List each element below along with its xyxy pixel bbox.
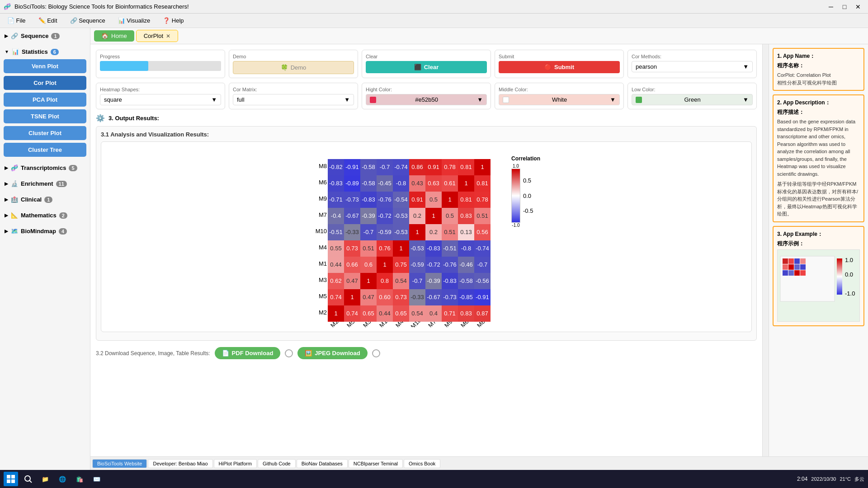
tab-home[interactable]: 🏠 Home [94, 30, 134, 42]
heatmap-shapes-select[interactable]: square ▼ [100, 94, 221, 105]
clear-button[interactable]: ⬛ Clear [366, 61, 487, 73]
jpeg-download-button[interactable]: 🖼️ JPEG Download [297, 347, 367, 359]
svg-text:0.87: 0.87 [476, 310, 488, 317]
maximize-button[interactable]: □ [838, 2, 851, 11]
menu-help[interactable]: ❓ Help [157, 15, 189, 26]
progress-bar-container [100, 61, 221, 71]
biomindmap-count: 4 [59, 228, 67, 235]
files-taskbar-button[interactable]: 📁 [38, 472, 52, 486]
store-taskbar-button[interactable]: 🛍️ [72, 472, 87, 486]
footer-bioscitools[interactable]: BioSciTools Website [92, 459, 147, 468]
start-button[interactable] [4, 472, 18, 486]
statistics-count: 6 [51, 49, 59, 55]
venn-plot-button[interactable]: Venn Plot [4, 59, 86, 73]
demo-button[interactable]: 🍀 Demo [233, 61, 354, 74]
svg-text:0.83: 0.83 [460, 310, 472, 317]
legend-ticks: 0.5 0.0 -0.5 [523, 169, 533, 223]
footer-hiplot[interactable]: HiPlot Platform [214, 459, 257, 468]
app-desc-cn: 基于转录组等组学中经RPKM/FPKM标准化的基因表达数据，对所有样本/分组间的… [777, 180, 860, 218]
low-color-box: Low Color: Green ▼ [627, 83, 757, 109]
low-color-select[interactable]: Green ▼ [632, 94, 753, 105]
svg-text:-0.51: -0.51 [443, 245, 457, 252]
footer-omicsbook[interactable]: Omics Book [404, 459, 440, 468]
svg-text:-0.45: -0.45 [378, 180, 392, 187]
jpeg-btn-label: JPEG Download [315, 350, 360, 357]
cor-matrix-select[interactable]: full ▼ [233, 94, 354, 105]
middle-color-value: White [552, 96, 567, 103]
legend-gradient-bar [511, 169, 520, 223]
app-desc-cn-title: 程序描述： [777, 108, 860, 116]
footer-developer[interactable]: Developer: Benbao Miao [148, 459, 212, 468]
tab-home-label: Home [111, 33, 127, 39]
sidebar-header-mathematics[interactable]: ▶ 📐 Mathematics 2 [0, 209, 90, 221]
cor-plot-button[interactable]: Cor Plot [4, 76, 86, 90]
jpeg-radio[interactable] [372, 349, 380, 357]
pdf-radio[interactable] [285, 349, 293, 357]
svg-text:0.66: 0.66 [346, 261, 358, 268]
content-area: 🏠 Home CorPlot ✕ Progress [90, 28, 868, 470]
download-bar: 3.2 Download Sequence, Image, Table Resu… [96, 344, 757, 362]
sequence-count: 1 [51, 33, 59, 39]
hight-color-arrow: ▼ [477, 96, 483, 103]
svg-text:0.54: 0.54 [395, 277, 406, 284]
svg-text:M3: M3 [319, 277, 327, 283]
pca-plot-button[interactable]: PCA Plot [4, 93, 86, 107]
hight-color-box: Hight Color: #e52b50 ▼ [362, 83, 491, 109]
sidebar-header-biomindmap[interactable]: ▶ 🗺️ BioMindmap 4 [0, 225, 90, 237]
enrichment-icon: 🔬 [11, 180, 18, 187]
svg-text:0.43: 0.43 [411, 180, 423, 187]
svg-text:0.0: 0.0 [845, 271, 853, 278]
sidebar-header-clinical[interactable]: ▶ 🏥 Clinical 1 [0, 193, 90, 206]
cor-matrix-label: Cor Matrix: [233, 87, 354, 92]
svg-text:-0.72: -0.72 [378, 212, 392, 219]
svg-text:0.76: 0.76 [379, 245, 390, 252]
menu-visualize[interactable]: 📊 Visualize [113, 15, 156, 26]
hight-color-select[interactable]: #e52b50 ▼ [366, 94, 487, 105]
submit-btn-label: Submit [554, 64, 574, 70]
close-button[interactable]: ✕ [852, 2, 864, 11]
cor-methods-select[interactable]: pearson ▼ [632, 61, 753, 72]
sidebar-header-statistics[interactable]: ▼ 📊 Statistics 6 [0, 46, 90, 58]
menu-edit[interactable]: ✏️ Edit [33, 15, 63, 26]
browser-taskbar-button[interactable]: 🌐 [55, 472, 70, 486]
tab-corplot[interactable]: CorPlot ✕ [136, 30, 178, 42]
svg-text:0.73: 0.73 [395, 294, 406, 300]
svg-rect-238 [11, 475, 15, 479]
svg-text:1: 1 [415, 229, 419, 235]
tab-close-icon[interactable]: ✕ [166, 33, 170, 39]
minimize-button[interactable]: ─ [825, 2, 837, 11]
submit-button[interactable]: 🔴 Submit [499, 61, 620, 73]
svg-text:-0.74: -0.74 [476, 245, 489, 252]
sidebar-section-sequence-label: Sequence [21, 33, 48, 39]
pdf-download-button[interactable]: 📄 PDF Download [215, 347, 281, 359]
windows-icon [6, 474, 15, 483]
footer-ncbiparser[interactable]: NCBIparser Teminal [349, 459, 403, 468]
search-taskbar-button[interactable] [21, 472, 35, 486]
sidebar: ▶ 🔗 Sequence 1 ▼ 📊 Statistics 6 Venn Plo… [0, 28, 90, 470]
cor-methods-box: Cor Methods: pearson ▼ [627, 50, 757, 78]
demo-btn-label: Demo [291, 64, 307, 71]
scrollbar[interactable] [762, 44, 769, 456]
sidebar-header-sequence[interactable]: ▶ 🔗 Sequence 1 [0, 30, 90, 42]
sidebar-header-enrichment[interactable]: ▶ 🔬 Enrichment 11 [0, 178, 90, 190]
svg-text:0.13: 0.13 [460, 229, 472, 235]
footer-github[interactable]: Github Code [258, 459, 296, 468]
middle-color-select[interactable]: White ▼ [499, 94, 620, 105]
svg-rect-224 [800, 258, 806, 264]
svg-text:0.91: 0.91 [411, 196, 423, 203]
mail-taskbar-button[interactable]: ✉️ [90, 472, 104, 486]
menu-file[interactable]: 📄 File [2, 15, 31, 26]
clear-icon: ⬛ [414, 64, 421, 70]
svg-text:0.78: 0.78 [476, 196, 488, 203]
svg-text:-0.89: -0.89 [345, 180, 359, 187]
legend-max: 1.0 [513, 164, 519, 169]
cluster-plot-button[interactable]: Cluster Plot [4, 126, 86, 140]
svg-text:0.81: 0.81 [476, 180, 488, 187]
svg-rect-232 [800, 270, 806, 276]
tsne-plot-button[interactable]: TSNE Plot [4, 109, 86, 123]
footer-bionav[interactable]: BioNav Databases [297, 459, 348, 468]
menu-sequence[interactable]: 🔗 Sequence [65, 15, 111, 26]
sidebar-header-transcriptomics[interactable]: ▶ 🧬 Transcriptomics 5 [0, 162, 90, 174]
svg-text:-0.73: -0.73 [443, 294, 457, 300]
cluster-tree-button[interactable]: Cluster Tree [4, 143, 86, 157]
